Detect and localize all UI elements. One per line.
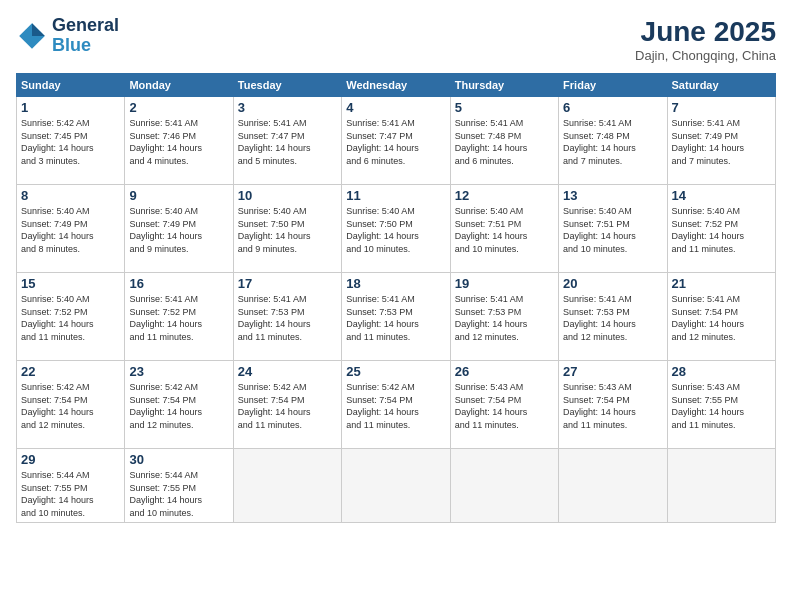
day-number: 20 — [563, 276, 662, 291]
day-info: Sunrise: 5:42 AM Sunset: 7:54 PM Dayligh… — [21, 381, 120, 431]
calendar-cell: 15Sunrise: 5:40 AM Sunset: 7:52 PM Dayli… — [17, 273, 125, 361]
week-row-3: 22Sunrise: 5:42 AM Sunset: 7:54 PM Dayli… — [17, 361, 776, 449]
weekday-header-tuesday: Tuesday — [233, 74, 341, 97]
day-info: Sunrise: 5:44 AM Sunset: 7:55 PM Dayligh… — [129, 469, 228, 519]
day-info: Sunrise: 5:41 AM Sunset: 7:47 PM Dayligh… — [238, 117, 337, 167]
day-number: 14 — [672, 188, 771, 203]
day-number: 11 — [346, 188, 445, 203]
calendar-cell: 18Sunrise: 5:41 AM Sunset: 7:53 PM Dayli… — [342, 273, 450, 361]
day-number: 1 — [21, 100, 120, 115]
day-number: 2 — [129, 100, 228, 115]
calendar-cell: 13Sunrise: 5:40 AM Sunset: 7:51 PM Dayli… — [559, 185, 667, 273]
calendar-cell: 30Sunrise: 5:44 AM Sunset: 7:55 PM Dayli… — [125, 449, 233, 523]
calendar-cell: 22Sunrise: 5:42 AM Sunset: 7:54 PM Dayli… — [17, 361, 125, 449]
day-number: 13 — [563, 188, 662, 203]
calendar-cell: 29Sunrise: 5:44 AM Sunset: 7:55 PM Dayli… — [17, 449, 125, 523]
day-number: 10 — [238, 188, 337, 203]
day-info: Sunrise: 5:40 AM Sunset: 7:49 PM Dayligh… — [21, 205, 120, 255]
day-number: 7 — [672, 100, 771, 115]
day-info: Sunrise: 5:40 AM Sunset: 7:50 PM Dayligh… — [346, 205, 445, 255]
day-number: 9 — [129, 188, 228, 203]
logo: General Blue — [16, 16, 119, 56]
day-info: Sunrise: 5:41 AM Sunset: 7:48 PM Dayligh… — [563, 117, 662, 167]
calendar-cell: 26Sunrise: 5:43 AM Sunset: 7:54 PM Dayli… — [450, 361, 558, 449]
day-info: Sunrise: 5:41 AM Sunset: 7:52 PM Dayligh… — [129, 293, 228, 343]
calendar-cell: 25Sunrise: 5:42 AM Sunset: 7:54 PM Dayli… — [342, 361, 450, 449]
calendar-page: General Blue June 2025 Dajin, Chongqing,… — [0, 0, 792, 612]
calendar-cell: 21Sunrise: 5:41 AM Sunset: 7:54 PM Dayli… — [667, 273, 775, 361]
calendar-table: SundayMondayTuesdayWednesdayThursdayFrid… — [16, 73, 776, 523]
week-row-0: 1Sunrise: 5:42 AM Sunset: 7:45 PM Daylig… — [17, 97, 776, 185]
day-info: Sunrise: 5:40 AM Sunset: 7:52 PM Dayligh… — [672, 205, 771, 255]
day-info: Sunrise: 5:43 AM Sunset: 7:54 PM Dayligh… — [563, 381, 662, 431]
day-number: 5 — [455, 100, 554, 115]
svg-marker-1 — [32, 23, 45, 36]
header: General Blue June 2025 Dajin, Chongqing,… — [16, 16, 776, 63]
day-info: Sunrise: 5:41 AM Sunset: 7:47 PM Dayligh… — [346, 117, 445, 167]
day-number: 17 — [238, 276, 337, 291]
calendar-cell: 20Sunrise: 5:41 AM Sunset: 7:53 PM Dayli… — [559, 273, 667, 361]
calendar-cell: 9Sunrise: 5:40 AM Sunset: 7:49 PM Daylig… — [125, 185, 233, 273]
day-number: 6 — [563, 100, 662, 115]
calendar-cell: 11Sunrise: 5:40 AM Sunset: 7:50 PM Dayli… — [342, 185, 450, 273]
day-info: Sunrise: 5:43 AM Sunset: 7:55 PM Dayligh… — [672, 381, 771, 431]
day-info: Sunrise: 5:42 AM Sunset: 7:54 PM Dayligh… — [238, 381, 337, 431]
logo-line1: General — [52, 16, 119, 36]
day-info: Sunrise: 5:43 AM Sunset: 7:54 PM Dayligh… — [455, 381, 554, 431]
day-info: Sunrise: 5:40 AM Sunset: 7:52 PM Dayligh… — [21, 293, 120, 343]
calendar-cell — [667, 449, 775, 523]
calendar-cell: 6Sunrise: 5:41 AM Sunset: 7:48 PM Daylig… — [559, 97, 667, 185]
weekday-header-saturday: Saturday — [667, 74, 775, 97]
weekday-header-monday: Monday — [125, 74, 233, 97]
day-number: 26 — [455, 364, 554, 379]
week-row-4: 29Sunrise: 5:44 AM Sunset: 7:55 PM Dayli… — [17, 449, 776, 523]
day-number: 28 — [672, 364, 771, 379]
logo-line2: Blue — [52, 36, 119, 56]
calendar-cell — [233, 449, 341, 523]
location: Dajin, Chongqing, China — [635, 48, 776, 63]
day-info: Sunrise: 5:41 AM Sunset: 7:46 PM Dayligh… — [129, 117, 228, 167]
day-info: Sunrise: 5:41 AM Sunset: 7:53 PM Dayligh… — [563, 293, 662, 343]
day-info: Sunrise: 5:41 AM Sunset: 7:48 PM Dayligh… — [455, 117, 554, 167]
calendar-cell: 16Sunrise: 5:41 AM Sunset: 7:52 PM Dayli… — [125, 273, 233, 361]
calendar-cell — [450, 449, 558, 523]
day-number: 27 — [563, 364, 662, 379]
day-info: Sunrise: 5:41 AM Sunset: 7:53 PM Dayligh… — [346, 293, 445, 343]
day-number: 21 — [672, 276, 771, 291]
day-info: Sunrise: 5:42 AM Sunset: 7:54 PM Dayligh… — [129, 381, 228, 431]
weekday-header-friday: Friday — [559, 74, 667, 97]
day-info: Sunrise: 5:44 AM Sunset: 7:55 PM Dayligh… — [21, 469, 120, 519]
weekday-header-row: SundayMondayTuesdayWednesdayThursdayFrid… — [17, 74, 776, 97]
logo-icon — [16, 20, 48, 52]
calendar-cell: 7Sunrise: 5:41 AM Sunset: 7:49 PM Daylig… — [667, 97, 775, 185]
day-info: Sunrise: 5:40 AM Sunset: 7:51 PM Dayligh… — [563, 205, 662, 255]
calendar-cell — [559, 449, 667, 523]
calendar-cell: 19Sunrise: 5:41 AM Sunset: 7:53 PM Dayli… — [450, 273, 558, 361]
month-title: June 2025 — [635, 16, 776, 48]
day-info: Sunrise: 5:41 AM Sunset: 7:49 PM Dayligh… — [672, 117, 771, 167]
day-number: 12 — [455, 188, 554, 203]
day-number: 16 — [129, 276, 228, 291]
day-number: 4 — [346, 100, 445, 115]
day-number: 29 — [21, 452, 120, 467]
calendar-cell: 24Sunrise: 5:42 AM Sunset: 7:54 PM Dayli… — [233, 361, 341, 449]
day-number: 24 — [238, 364, 337, 379]
day-info: Sunrise: 5:42 AM Sunset: 7:54 PM Dayligh… — [346, 381, 445, 431]
calendar-cell: 1Sunrise: 5:42 AM Sunset: 7:45 PM Daylig… — [17, 97, 125, 185]
day-number: 23 — [129, 364, 228, 379]
day-number: 3 — [238, 100, 337, 115]
day-info: Sunrise: 5:41 AM Sunset: 7:53 PM Dayligh… — [238, 293, 337, 343]
calendar-cell: 17Sunrise: 5:41 AM Sunset: 7:53 PM Dayli… — [233, 273, 341, 361]
calendar-cell: 4Sunrise: 5:41 AM Sunset: 7:47 PM Daylig… — [342, 97, 450, 185]
calendar-cell: 27Sunrise: 5:43 AM Sunset: 7:54 PM Dayli… — [559, 361, 667, 449]
calendar-cell: 3Sunrise: 5:41 AM Sunset: 7:47 PM Daylig… — [233, 97, 341, 185]
day-number: 15 — [21, 276, 120, 291]
day-info: Sunrise: 5:40 AM Sunset: 7:51 PM Dayligh… — [455, 205, 554, 255]
day-info: Sunrise: 5:41 AM Sunset: 7:53 PM Dayligh… — [455, 293, 554, 343]
day-number: 18 — [346, 276, 445, 291]
calendar-cell: 2Sunrise: 5:41 AM Sunset: 7:46 PM Daylig… — [125, 97, 233, 185]
calendar-cell: 14Sunrise: 5:40 AM Sunset: 7:52 PM Dayli… — [667, 185, 775, 273]
weekday-header-wednesday: Wednesday — [342, 74, 450, 97]
week-row-1: 8Sunrise: 5:40 AM Sunset: 7:49 PM Daylig… — [17, 185, 776, 273]
calendar-cell — [342, 449, 450, 523]
